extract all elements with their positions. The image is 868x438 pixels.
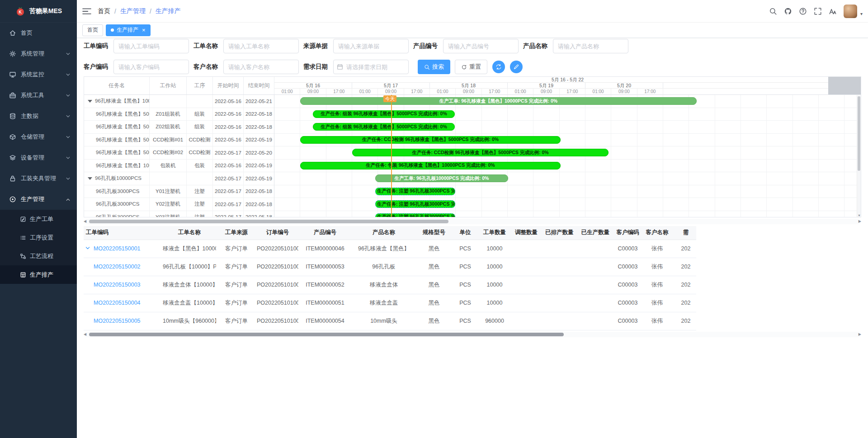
- chevron-down-icon[interactable]: ▾: [860, 11, 863, 18]
- tab-0[interactable]: 首页: [82, 24, 103, 36]
- sidebar-item-1[interactable]: 系统管理: [0, 43, 77, 64]
- order-cell: 10000: [478, 276, 511, 294]
- gantt-bar[interactable]: 生产任务: 组装 96孔移液盒【黑色】5000PCS 完成比例: 0%: [313, 110, 455, 118]
- gantt-task-row[interactable]: 96孔孔板10000PCS2022-05-172022-05-19: [84, 172, 274, 185]
- order-cell: PO202205101001: [257, 240, 298, 258]
- order-code-link[interactable]: MO202205150005: [94, 318, 141, 324]
- order-code-link[interactable]: MO202205150001: [94, 245, 141, 252]
- gantt-station: Z01组装机: [150, 108, 187, 121]
- sidebar-subitem-0[interactable]: 生产工单: [0, 210, 77, 228]
- sidebar-item-4[interactable]: 主数据: [0, 106, 77, 127]
- scrollbar-thumb[interactable]: [858, 96, 860, 171]
- order-cell: 960000: [478, 312, 511, 330]
- search-icon[interactable]: [769, 7, 777, 15]
- customer-name-input[interactable]: [223, 60, 299, 74]
- expand-caret-icon[interactable]: [85, 245, 91, 252]
- database-icon: [9, 113, 16, 120]
- sidebar-subitem-2[interactable]: 工艺流程: [0, 247, 77, 265]
- source-doc-input[interactable]: [333, 39, 409, 53]
- gantt-bar[interactable]: 生产任务: 包装 96孔移液盒【黑色】10000PCS 完成比例: 0%: [300, 162, 561, 170]
- sidebar-item-6[interactable]: 设备管理: [0, 147, 77, 168]
- orders-column-header: 单位: [452, 226, 478, 240]
- sidebar-toggle-icon[interactable]: [82, 7, 91, 15]
- reset-button[interactable]: 重置: [455, 60, 487, 74]
- gantt-task-row[interactable]: 96孔移液盒【黑色】5000PZ02组装机组装2022-05-162022-05…: [84, 121, 274, 134]
- scroll-right-arrow-icon[interactable]: ▶: [859, 332, 861, 337]
- scroll-left-arrow-icon[interactable]: ◀: [84, 332, 86, 337]
- order-cell: PO202205101001: [257, 312, 298, 330]
- sidebar-item-5[interactable]: 仓储管理: [0, 127, 77, 147]
- help-icon[interactable]: [799, 7, 807, 15]
- gantt-bar[interactable]: 生产任务: 注塑 96孔孔板3000PCS 完成: [375, 188, 455, 195]
- sidebar-item-3[interactable]: 系统工具: [0, 85, 77, 106]
- customer-code-input[interactable]: [113, 60, 189, 74]
- order-row[interactable]: MO202205150003移液盒盒体【10000】PCS客户订单PO20220…: [84, 276, 696, 294]
- scrollbar-thumb[interactable]: [89, 220, 448, 223]
- close-icon[interactable]: ×: [142, 27, 146, 33]
- filter-row-2: 客户编码客户名称需求日期搜索重置: [84, 60, 861, 74]
- gantt-task-row[interactable]: 96孔移液盒【黑色】10000P2022-05-162022-05-21: [84, 95, 274, 108]
- chevron-down-icon: [66, 176, 71, 181]
- sidebar-subitem-1[interactable]: 工序设置: [0, 228, 77, 247]
- gantt-hour-label: 09:00: [456, 89, 481, 94]
- gantt-task-row[interactable]: 96孔孔板3000PCSY02注塑机注塑2022-05-172022-05-18: [84, 198, 274, 211]
- gantt-bar[interactable]: 生产工单: 96孔移液盒【黑色】10000PCS 完成比例: 0%: [300, 97, 697, 105]
- order-row[interactable]: MO202205150001移液盒【黑色】10000个客户订单PO2022051…: [84, 240, 696, 258]
- breadcrumb-item[interactable]: 生产排产: [156, 7, 181, 15]
- sidebar-item-2[interactable]: 系统监控: [0, 64, 77, 85]
- breadcrumb-item[interactable]: 生产管理: [120, 7, 146, 15]
- orders-column-header: 工单数量: [478, 226, 511, 240]
- work-order-code-input[interactable]: [113, 39, 189, 53]
- sidebar-item-7[interactable]: 工装夹具管理: [0, 168, 77, 189]
- gantt-bar[interactable]: 生产任务: 组装 96孔移液盒【黑色】5000PCS 完成比例: 0%: [313, 123, 455, 131]
- fullscreen-icon[interactable]: [814, 7, 822, 15]
- edit-circle-button[interactable]: [510, 61, 523, 73]
- order-code-link[interactable]: MO202205150003: [94, 282, 141, 288]
- gantt-bar[interactable]: 生产任务: CCD检测 96孔移液盒【黑色】5000PCS 完成比例: 0%: [300, 136, 561, 144]
- product-code-input[interactable]: [443, 39, 519, 53]
- order-code-link[interactable]: MO202205150002: [94, 264, 141, 270]
- collapse-caret-icon[interactable]: [88, 100, 92, 103]
- scroll-right-arrow-icon[interactable]: ▶: [859, 219, 861, 224]
- avatar[interactable]: [844, 5, 857, 18]
- orders-horizontal-scrollbar[interactable]: ◀ ▶: [84, 332, 861, 337]
- gantt-task-row[interactable]: 96孔移液盒【黑色】5000PZ01组装机组装2022-05-162022-05…: [84, 108, 274, 121]
- scroll-down-arrow-icon[interactable]: ▼: [857, 214, 861, 217]
- tab-1[interactable]: 生产排产×: [106, 24, 151, 36]
- product-name-input[interactable]: [553, 39, 628, 53]
- sidebar-item-0[interactable]: 首页: [0, 23, 77, 43]
- order-row[interactable]: MO20220515000296孔孔板【10000】PCS客户订单PO20220…: [84, 258, 696, 276]
- order-cell: [511, 258, 542, 276]
- gantt-bar[interactable]: 生产任务: 注塑 96孔孔板3000PCS 完成: [375, 200, 455, 208]
- scroll-left-arrow-icon[interactable]: ◀: [84, 219, 86, 224]
- sidebar-subitem-3[interactable]: 生产排产: [0, 265, 77, 284]
- gantt-task-row[interactable]: 96孔移液盒【黑色】5000PCCD检测#02CCD检测2022-05-1720…: [84, 146, 274, 160]
- gantt-task-row[interactable]: 96孔移液盒【黑色】1000包装机包装2022-05-162022-05-19: [84, 160, 274, 173]
- gantt-task-row[interactable]: 96孔移液盒【黑色】5000PCCD检测#01CCD检测2022-05-1620…: [84, 134, 274, 147]
- order-row[interactable]: MO20220515000510mm吸头【960000】PCS客户订单PO202…: [84, 312, 696, 330]
- work-order-name-input[interactable]: [223, 39, 299, 53]
- order-row[interactable]: MO202205150004移液盒盒盖【10000】PCS客户订单PO20220…: [84, 294, 696, 312]
- gantt-hour-label: 17:00: [326, 89, 352, 94]
- chevron-down-icon: [66, 72, 71, 77]
- order-code-link[interactable]: MO202205150004: [94, 300, 141, 306]
- refresh-circle-button[interactable]: [492, 61, 505, 73]
- gantt-task-row[interactable]: 96孔孔板3000PCSY01注塑机注塑2022-05-172022-05-18: [84, 185, 274, 198]
- sidebar-item-8[interactable]: 生产管理: [0, 189, 77, 210]
- gantt-chart-row: 生产任务: 组装 96孔移液盒【黑色】5000PCS 完成比例: 0%: [274, 108, 861, 121]
- github-icon[interactable]: [784, 7, 792, 15]
- tab-label: 生产排产: [117, 26, 138, 34]
- customer-code-label: 客户编码: [84, 63, 110, 71]
- gantt-task-row[interactable]: 96孔孔板3000PCSY03注塑机注塑2022-05-172022-05-18: [84, 211, 274, 218]
- gantt-horizontal-scrollbar[interactable]: ◀ ▶: [84, 219, 861, 224]
- font-size-icon[interactable]: [829, 7, 837, 15]
- scrollbar-thumb[interactable]: [89, 333, 564, 336]
- demand-date-input[interactable]: [333, 60, 409, 74]
- gantt-vertical-scrollbar[interactable]: ▼: [857, 95, 861, 217]
- gantt-table-header: 任务名工作站工序开始时间结束时间: [84, 77, 274, 95]
- gantt-bar[interactable]: 生产任务: 注塑 96孔孔板3000PCS 完成: [375, 213, 455, 217]
- product-code-label: 产品编号: [413, 42, 439, 50]
- gantt-bar[interactable]: 生产工单: 96孔孔板10000PCS 完成比例: 0%: [375, 174, 508, 182]
- collapse-caret-icon[interactable]: [88, 177, 92, 180]
- search-button[interactable]: 搜索: [418, 60, 450, 74]
